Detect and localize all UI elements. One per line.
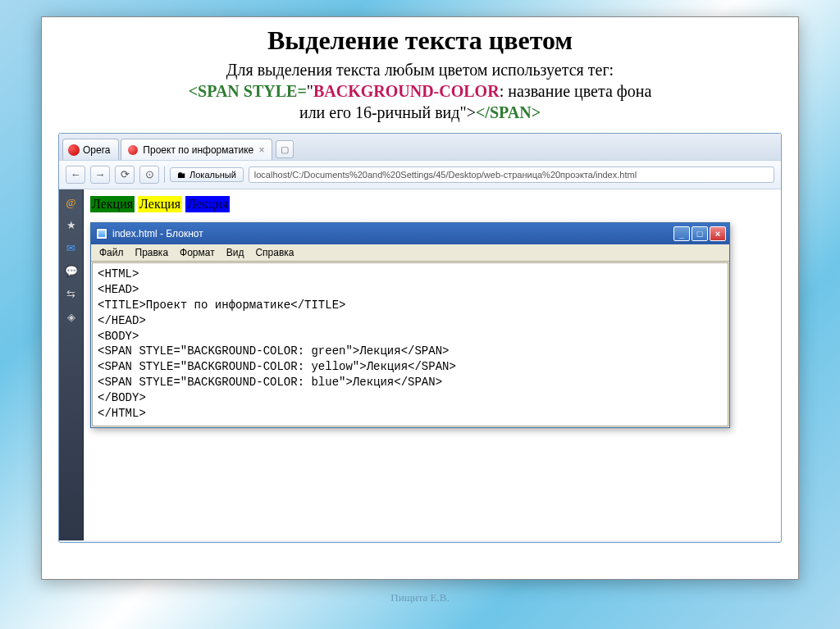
local-badge[interactable]: 🖿 Локальный bbox=[170, 167, 244, 182]
reload-button[interactable]: ⟳ bbox=[115, 166, 135, 184]
slide-description: Для выделения текста любым цветом исполь… bbox=[58, 59, 782, 80]
browser-tab[interactable]: Проект по информатике × bbox=[121, 139, 272, 160]
home-button[interactable]: ⊙ bbox=[139, 166, 159, 184]
menu-view[interactable]: Вид bbox=[221, 246, 249, 259]
maximize-button[interactable]: □ bbox=[692, 226, 708, 241]
opera-icon bbox=[68, 144, 80, 156]
menu-format[interactable]: Формат bbox=[175, 246, 220, 259]
notepad-editor[interactable]: <HTML> <HEAD> <TITLE>Проект по информати… bbox=[92, 262, 728, 426]
menu-file[interactable]: Файл bbox=[94, 246, 129, 259]
tag-open: <SPAN STYLE= bbox=[189, 82, 307, 100]
share-icon[interactable]: ⇆ bbox=[65, 288, 78, 301]
content-area: @ ★ ✉ 💬 ⇆ ◈ Лекция Лекция Лекция index.h… bbox=[59, 189, 781, 540]
mail-icon[interactable]: ✉ bbox=[65, 242, 78, 255]
notepad-titlebar[interactable]: index.html - Блокнот _ □ × bbox=[91, 223, 729, 244]
opera-menu-button[interactable]: Opera bbox=[62, 139, 119, 160]
css-property: BACKGROUND-COLOR bbox=[313, 82, 500, 100]
close-button[interactable]: × bbox=[710, 226, 726, 241]
folder-icon: 🖿 bbox=[177, 170, 186, 180]
tag-close: </SPAN> bbox=[476, 103, 541, 121]
at-icon[interactable]: @ bbox=[65, 196, 78, 209]
span-blue: Лекция bbox=[185, 196, 230, 212]
divider bbox=[164, 166, 165, 183]
tab-bar: Opera Проект по информатике × ▢ bbox=[59, 134, 781, 160]
span-demo-row: Лекция Лекция Лекция bbox=[90, 196, 774, 212]
back-button[interactable]: ← bbox=[66, 166, 85, 184]
code-example-line1: <SPAN STYLE="BACKGROUND-COLOR: название … bbox=[58, 80, 782, 102]
page-icon bbox=[128, 145, 138, 155]
toolbar: ← → ⟳ ⊙ 🖿 Локальный bbox=[59, 160, 781, 189]
notepad-menu: Файл Правка Формат Вид Справка bbox=[91, 244, 729, 262]
slide-title: Выделение текста цветом bbox=[58, 25, 782, 56]
notepad-icon bbox=[96, 228, 107, 239]
code-example-line2: или его 16-ричный вид"></SPAN> bbox=[58, 102, 782, 123]
window-controls: _ □ × bbox=[673, 226, 726, 241]
new-tab-button[interactable]: ▢ bbox=[276, 140, 294, 158]
tab-title: Проект по информатике bbox=[143, 144, 253, 156]
shield-icon[interactable]: ◈ bbox=[65, 311, 78, 324]
menu-help[interactable]: Справка bbox=[250, 246, 299, 259]
notepad-title: index.html - Блокнот bbox=[112, 228, 203, 239]
slide-author: Пищита Е.В. bbox=[0, 591, 840, 604]
forward-button[interactable]: → bbox=[90, 166, 110, 184]
chat-icon[interactable]: 💬 bbox=[65, 265, 78, 278]
close-tab-icon[interactable]: × bbox=[258, 144, 265, 155]
span-green: Лекция bbox=[90, 196, 135, 212]
panel-sidebar: @ ★ ✉ 💬 ⇆ ◈ bbox=[59, 189, 84, 540]
span-yellow: Лекция bbox=[138, 196, 182, 212]
opera-label: Opera bbox=[83, 144, 110, 156]
star-icon[interactable]: ★ bbox=[65, 219, 78, 232]
notepad-window[interactable]: index.html - Блокнот _ □ × Файл Правка Ф… bbox=[90, 222, 730, 428]
rendered-page: Лекция Лекция Лекция index.html - Блокно… bbox=[84, 189, 781, 540]
slide-container: Выделение текста цветом Для выделения те… bbox=[41, 16, 799, 580]
browser-window: Opera Проект по информатике × ▢ ← → ⟳ ⊙ … bbox=[58, 133, 782, 543]
minimize-button[interactable]: _ bbox=[673, 226, 690, 241]
menu-edit[interactable]: Правка bbox=[130, 246, 174, 259]
address-bar[interactable] bbox=[249, 166, 774, 183]
